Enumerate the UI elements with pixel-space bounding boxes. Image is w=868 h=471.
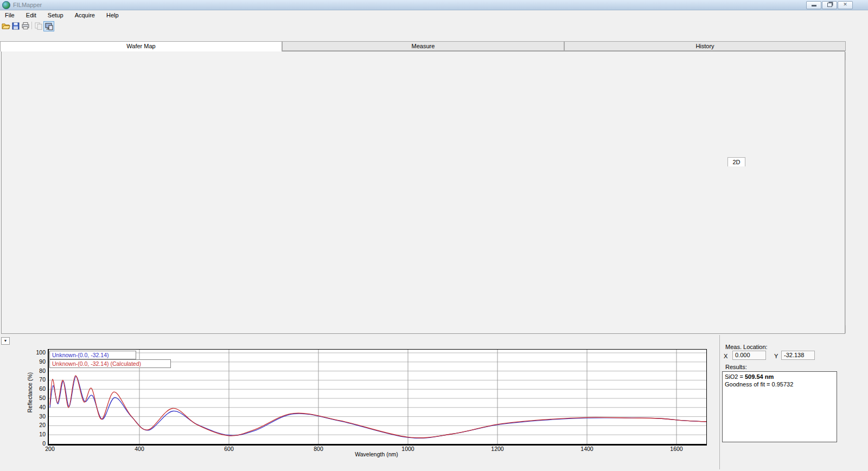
y-coordinate-field[interactable]: -32.138 (781, 351, 815, 360)
app-icon (2, 1, 10, 9)
y-tick-label: 40 (39, 404, 46, 410)
tab-row: Wafer Map Measure History (0, 41, 868, 51)
tab-wafer-map[interactable]: Wafer Map (0, 41, 282, 51)
goodness-of-fit-line: Goodness of fit = 0.95732 (725, 380, 834, 388)
menu-acquire[interactable]: Acquire (70, 10, 100, 21)
x-coordinate-field[interactable]: 0.000 (732, 351, 766, 360)
y-axis-ticks: 0102030405060708090100 (31, 349, 46, 446)
y-tick-label: 70 (39, 376, 46, 383)
save-icon[interactable] (11, 21, 21, 30)
panel-divider (719, 335, 720, 469)
y-tick-label: 80 (39, 367, 46, 374)
title-bar: FILMapper ✕ (0, 0, 868, 10)
menu-edit[interactable]: Edit (21, 10, 41, 21)
y-tick-label: 30 (39, 413, 46, 420)
collapse-down-icon[interactable]: ▼ (1, 337, 10, 345)
open-file-icon[interactable] (1, 21, 11, 30)
legend-entry: Unknown-(0.0, -32.14) (49, 351, 136, 359)
tab-measure[interactable]: Measure (282, 41, 564, 51)
tab-2d[interactable]: 2D (727, 157, 745, 166)
y-tick-label: 10 (39, 431, 46, 437)
menu-help[interactable]: Help (101, 10, 124, 21)
fit-thickness-line: SiO2 = 509.54 nm (725, 373, 834, 380)
x-label: X (724, 353, 727, 359)
y-tick-label: 100 (36, 349, 46, 356)
filmapper-window: FILMapper ✕ File Edit Setup Acquire Help… (0, 0, 868, 471)
menu-setup[interactable]: Setup (43, 10, 68, 21)
y-tick-label: 20 (39, 422, 46, 428)
y-tick-label: 90 (39, 358, 46, 365)
y-label: Y (774, 353, 778, 359)
close-button[interactable]: ✕ (838, 1, 853, 9)
copy-icon[interactable] (34, 21, 43, 30)
minimize-button[interactable] (806, 1, 821, 9)
series-calculated (50, 376, 706, 438)
print-icon[interactable] (21, 21, 30, 30)
toolbar (0, 21, 868, 31)
y-tick-label: 60 (39, 385, 46, 392)
window-title: FILMapper (13, 2, 42, 8)
meas-results-title: Results: (725, 364, 747, 370)
y-tick-label: 50 (39, 395, 46, 401)
capture-icon[interactable] (43, 21, 54, 31)
toolbar-separator (31, 22, 32, 29)
wafer-map-panel (1, 51, 845, 334)
restore-button[interactable] (822, 1, 837, 9)
menu-file[interactable]: File (0, 10, 20, 21)
meas-location-title: Meas. Location: (725, 344, 768, 350)
menu-bar: File Edit Setup Acquire Help (0, 10, 868, 21)
fit-results-box: SiO2 = 509.54 nm Goodness of fit = 0.957… (722, 371, 837, 442)
tab-history[interactable]: History (564, 41, 846, 51)
x-axis-title: Wavelength (nm) (48, 451, 705, 457)
legend-entry: Unknown-(0.0, -32.14) (Calculated) (49, 359, 171, 368)
